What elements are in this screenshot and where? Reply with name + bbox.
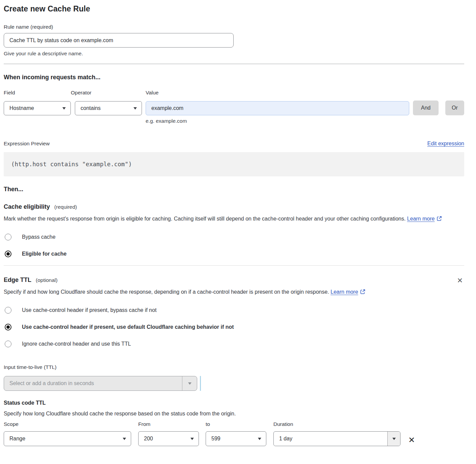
match-heading: When incoming requests match... [4, 74, 464, 81]
radio-option-use-header-default[interactable]: Use cache-control header if present, use… [4, 324, 464, 330]
radio-option-bypass-cache[interactable]: Bypass cache [4, 234, 464, 240]
match-condition-row: Field Hostname Operator contains Value A… [4, 90, 464, 115]
scope-label: Scope [4, 421, 131, 427]
external-link-icon [360, 290, 365, 295]
from-column: From 200 [138, 421, 199, 446]
duration-label: Duration [273, 421, 400, 427]
expression-header: Expression Preview Edit expression [4, 141, 464, 147]
learn-more-link[interactable]: Learn more [331, 289, 358, 295]
field-select[interactable]: Hostname [4, 101, 71, 115]
value-column: Value [146, 90, 409, 115]
then-heading: Then... [4, 186, 464, 193]
from-select-value: 200 [144, 436, 153, 442]
chevron-down-icon [62, 107, 66, 110]
radio-option-eligible-for-cache[interactable]: Eligible for cache [4, 251, 464, 257]
learn-more-link[interactable]: Learn more [407, 216, 435, 222]
status-code-ttl-description: Specify how long Cloudflare should cache… [4, 411, 464, 417]
edge-ttl-heading: Edge TTL (optional) [4, 277, 58, 284]
status-code-ttl-heading: Status code TTL [4, 400, 464, 406]
scope-select-value: Range [9, 436, 25, 442]
edge-ttl-description: Specify if and how long Cloudflare shoul… [4, 287, 455, 297]
radio-option-label: Bypass cache [22, 234, 56, 240]
radio-option-label: Use cache-control header if present, byp… [22, 307, 156, 313]
operator-label: Operator [71, 90, 142, 96]
to-label: to [206, 421, 266, 427]
scope-column: Scope Range [4, 421, 131, 446]
close-icon[interactable]: ✕ [455, 277, 464, 285]
optional-tag: (optional) [36, 277, 58, 283]
chevron-down-icon [123, 438, 126, 440]
chevron-down-icon [258, 438, 261, 440]
radio-button-icon [5, 234, 11, 240]
cache-eligibility-description-text: Mark whether the request's response from… [4, 216, 406, 222]
value-label: Value [146, 90, 409, 96]
required-tag: (required) [54, 204, 77, 210]
rule-name-input[interactable] [4, 33, 234, 48]
chevron-down-icon [190, 438, 194, 440]
duration-column: Duration 1 day [273, 421, 400, 446]
duration-select[interactable]: 1 day [273, 431, 400, 446]
from-label: From [138, 421, 199, 427]
ttl-select-row: Select or add a duration in seconds [4, 376, 464, 391]
from-select[interactable]: 200 [138, 431, 199, 446]
ttl-duration-select-disabled: Select or add a duration in seconds [4, 376, 197, 391]
radio-option-use-header-bypass[interactable]: Use cache-control header if present, byp… [4, 307, 464, 314]
ttl-input-label: Input time-to-live (TTL) [4, 364, 464, 370]
value-input[interactable] [146, 101, 409, 115]
radio-option-ignore-header[interactable]: Ignore cache-control header and use this… [4, 341, 464, 347]
to-column: to 599 [206, 421, 266, 446]
expression-preview-code: (http.host contains "example.com") [4, 152, 464, 176]
field-column: Field Hostname [4, 90, 71, 115]
to-select-value: 599 [211, 436, 220, 442]
rule-name-helper: Give your rule a descriptive name. [4, 51, 464, 57]
chevron-down-icon [387, 432, 400, 446]
status-code-ttl-row: Scope Range From 200 to 599 Duration 1 d… [4, 421, 464, 446]
operator-select-value: contains [81, 105, 101, 111]
expression-preview-label: Expression Preview [4, 141, 50, 147]
cache-eligibility-heading: Cache eligibility (required) [4, 203, 464, 210]
edge-ttl-title: Edge TTL [4, 277, 31, 283]
radio-button-icon [5, 307, 11, 314]
operator-select[interactable]: contains [75, 101, 142, 115]
edge-ttl-header: Edge TTL (optional) ✕ [4, 277, 464, 285]
external-link-icon [437, 216, 442, 222]
scope-select[interactable]: Range [4, 431, 131, 446]
delete-row-icon[interactable]: ✕ [408, 436, 415, 444]
section-divider [4, 64, 464, 64]
chevron-down-icon [133, 107, 137, 110]
radio-button-icon [5, 251, 11, 257]
to-select[interactable]: 599 [206, 431, 266, 446]
and-button[interactable]: And [413, 100, 439, 115]
or-button[interactable]: Or [445, 100, 464, 115]
field-label: Field [4, 90, 71, 96]
operator-column: Operator contains [71, 90, 142, 115]
radio-option-label: Eligible for cache [22, 251, 66, 257]
section-divider [4, 265, 464, 266]
radio-option-label: Ignore cache-control header and use this… [22, 341, 131, 347]
edit-expression-link[interactable]: Edit expression [427, 141, 464, 147]
radio-option-label: Use cache-control header if present, use… [22, 324, 234, 330]
rule-name-label: Rule name (required) [4, 24, 464, 30]
create-cache-rule-form: Create new Cache Rule Rule name (require… [4, 0, 464, 446]
radio-button-icon [5, 341, 11, 347]
radio-button-icon [5, 324, 11, 330]
page-title: Create new Cache Rule [4, 4, 464, 13]
focus-indicator-line [200, 376, 201, 391]
value-helper: e.g. example.com [146, 118, 464, 124]
duration-select-value: 1 day [274, 432, 387, 446]
ttl-select-placeholder: Select or add a duration in seconds [4, 376, 182, 390]
field-select-value: Hostname [9, 105, 34, 111]
chevron-down-icon [182, 376, 197, 390]
edge-ttl-description-text: Specify if and how long Cloudflare shoul… [4, 289, 329, 295]
cache-eligibility-title: Cache eligibility [4, 203, 50, 210]
cache-eligibility-description: Mark whether the request's response from… [4, 214, 455, 224]
